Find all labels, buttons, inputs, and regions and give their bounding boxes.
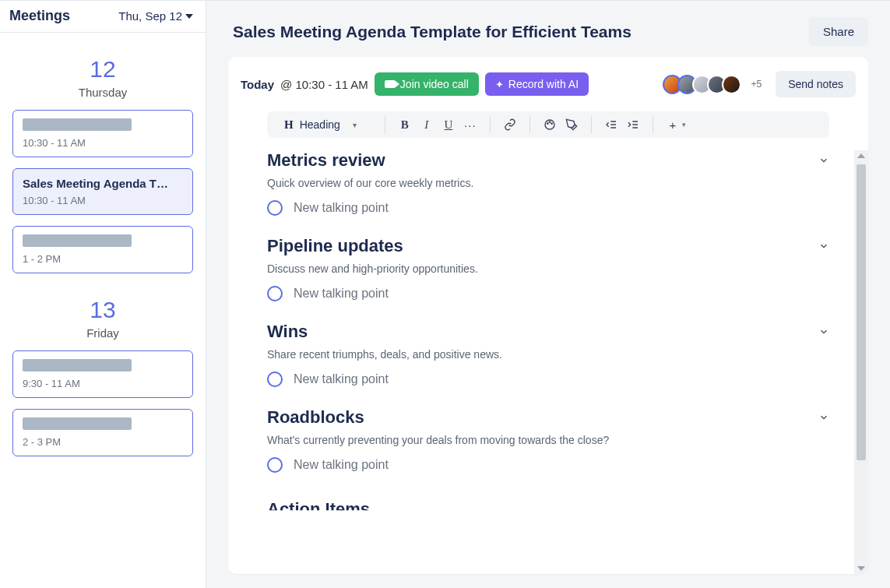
bold-button[interactable]: B [398, 118, 412, 132]
svg-point-3 [551, 123, 552, 124]
new-talking-point[interactable]: New talking point [267, 200, 829, 216]
share-button[interactable]: Share [809, 17, 868, 46]
svg-point-1 [547, 123, 547, 124]
talking-point-placeholder: New talking point [294, 458, 389, 472]
checkbox-circle-icon[interactable] [267, 200, 283, 216]
meeting-title-placeholder [23, 417, 132, 430]
new-talking-point[interactable]: New talking point [267, 286, 829, 301]
toolbar-separator [653, 116, 653, 133]
heading-icon: H [284, 118, 294, 132]
indent-decrease-button[interactable] [604, 118, 618, 132]
day-header-13: 13 Friday [12, 297, 193, 340]
section-header[interactable]: Pipeline updates [267, 236, 829, 256]
day-name: Thursday [12, 86, 193, 99]
send-notes-button[interactable]: Send notes [776, 71, 856, 97]
more-formatting-button[interactable]: ··· [463, 118, 477, 132]
section-title: Wins [267, 322, 308, 342]
meeting-time: 1 - 2 PM [23, 253, 183, 265]
indent-increase-button[interactable] [626, 118, 640, 132]
meeting-time: 2 - 3 PM [23, 436, 183, 448]
chevron-down-icon [818, 326, 829, 337]
editor-toolbar: H Heading ▾ B I U ··· [267, 111, 829, 138]
chevron-down-icon: ▾ [353, 121, 357, 129]
talking-point-placeholder: New talking point [294, 287, 389, 301]
section-description: What's currently preventing your deals f… [267, 434, 829, 446]
meeting-title: Sales Meeting Agenda T… [23, 177, 183, 190]
day-name: Friday [12, 326, 193, 340]
toolbar-separator [385, 116, 385, 133]
link-button[interactable] [503, 118, 517, 132]
svg-point-2 [549, 121, 550, 122]
heading-label: Heading [300, 118, 340, 131]
section-header[interactable]: Wins [267, 322, 829, 342]
section-description: Share recent triumphs, deals, and positi… [267, 348, 829, 361]
meeting-card[interactable]: 9:30 - 11 AM [12, 350, 193, 398]
meeting-title-placeholder [23, 234, 132, 247]
meeting-card[interactable]: 2 - 3 PM [12, 409, 193, 456]
caret-down-icon [185, 14, 193, 19]
sidebar-title: Meetings [9, 8, 70, 24]
section-description: Discuss new and high-priority opportunit… [267, 262, 829, 275]
time-label: @ 10:30 - 11 AM [280, 78, 368, 91]
sparkle-icon: ✦ [495, 79, 504, 90]
section-header[interactable]: Roadblocks [267, 407, 829, 428]
italic-button[interactable]: I [420, 118, 434, 132]
meeting-meta-row: Today @ 10:30 - 11 AM Join video call ✦ … [228, 71, 868, 97]
section-title: Action Items [267, 499, 829, 513]
page-title: Sales Meeting Agenda Template for Effici… [233, 23, 631, 41]
main: Sales Meeting Agenda Template for Effici… [206, 0, 890, 588]
day-number: 13 [12, 297, 193, 323]
sidebar-header: Meetings Thu, Sep 12 [0, 0, 206, 33]
chevron-down-icon [818, 412, 829, 423]
underline-button[interactable]: U [441, 118, 456, 132]
agenda-section: Wins Share recent triumphs, deals, and p… [267, 322, 829, 387]
section-description: Quick overview of our core weekly metric… [267, 177, 829, 189]
checkbox-circle-icon[interactable] [267, 457, 283, 473]
palette-button[interactable] [543, 118, 557, 132]
sidebar-scroll[interactable]: 12 Thursday 10:30 - 11 AM Sales Meeting … [0, 33, 206, 588]
record-ai-button[interactable]: ✦ Record with AI [485, 72, 589, 96]
avatar[interactable] [722, 75, 741, 94]
section-title: Pipeline updates [267, 236, 403, 256]
scroll-down-icon [857, 566, 865, 571]
join-video-label: Join video call [400, 78, 469, 90]
chevron-down-icon [818, 241, 829, 252]
record-ai-label: Record with AI [508, 78, 579, 90]
toolbar-separator [591, 116, 592, 133]
toolbar-separator [490, 116, 491, 133]
section-title: Roadblocks [267, 407, 364, 428]
camera-icon [385, 80, 396, 88]
meeting-title-placeholder [23, 359, 132, 371]
section-title: Metrics review [267, 150, 385, 171]
checkbox-circle-icon[interactable] [267, 286, 283, 301]
meeting-card[interactable]: 10:30 - 11 AM [12, 110, 193, 157]
content-scroll[interactable]: Metrics review Quick overview of our cor… [228, 150, 868, 513]
sidebar: Meetings Thu, Sep 12 12 Thursday 10:30 -… [0, 0, 206, 588]
day-header-12: 12 Thursday [12, 56, 193, 99]
agenda-panel: Today @ 10:30 - 11 AM Join video call ✦ … [228, 57, 868, 574]
highlighter-button[interactable] [565, 118, 579, 132]
talking-point-placeholder: New talking point [294, 372, 389, 386]
agenda-section-cutoff: Action Items [267, 493, 829, 513]
checkbox-circle-icon[interactable] [267, 371, 283, 387]
new-talking-point[interactable]: New talking point [267, 457, 829, 473]
meeting-title-placeholder [23, 118, 132, 131]
date-picker-label: Thu, Sep 12 [118, 9, 182, 23]
attendee-avatars[interactable] [663, 75, 741, 94]
section-header[interactable]: Metrics review [267, 150, 829, 171]
meeting-card[interactable]: 1 - 2 PM [12, 226, 193, 273]
agenda-section: Roadblocks What's currently preventing y… [267, 407, 829, 473]
day-number: 12 [12, 56, 193, 83]
join-video-button[interactable]: Join video call [375, 72, 479, 96]
heading-select[interactable]: H Heading ▾ [284, 118, 372, 132]
meeting-time: 10:30 - 11 AM [23, 195, 183, 206]
meeting-time: 9:30 - 11 AM [23, 378, 183, 389]
toolbar-separator [529, 116, 530, 133]
meeting-time: 10:30 - 11 AM [23, 137, 183, 149]
plus-icon: + [666, 118, 680, 132]
meeting-card-selected[interactable]: Sales Meeting Agenda T… 10:30 - 11 AM [12, 168, 193, 215]
new-talking-point[interactable]: New talking point [267, 371, 829, 387]
insert-menu-button[interactable]: + ▾ [666, 118, 686, 132]
date-picker[interactable]: Thu, Sep 12 [118, 9, 193, 23]
avatar-overflow[interactable]: +5 [751, 79, 762, 90]
